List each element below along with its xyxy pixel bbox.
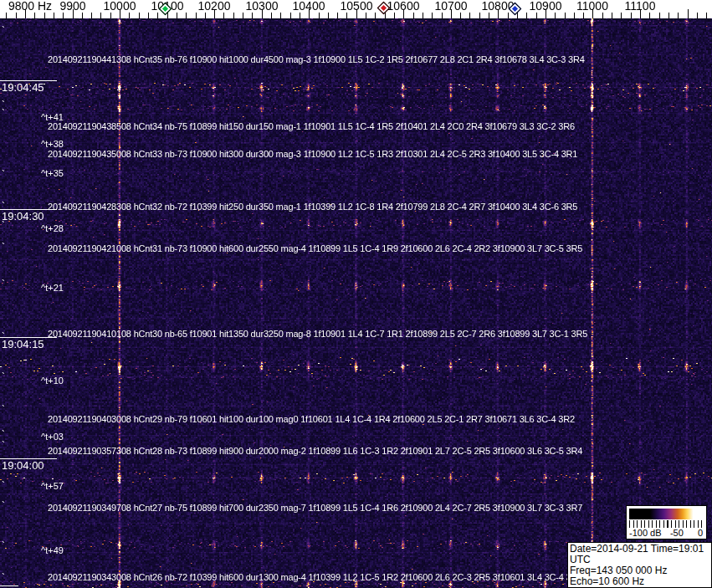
echo-time-marker: ^t+21 bbox=[41, 283, 64, 293]
time-label: 19:04:15 bbox=[0, 337, 57, 350]
edge-tick-mark: ` bbox=[1, 203, 7, 210]
edge-tick-mark: ` bbox=[1, 374, 7, 381]
freq-label: 9900 bbox=[59, 0, 85, 13]
edge-tick-mark: ` bbox=[1, 281, 7, 288]
edge-tick-mark: ` bbox=[1, 28, 7, 34]
echo-time-marker: ^t+28 bbox=[41, 223, 64, 233]
echo-time-marker: ^t+38 bbox=[41, 139, 64, 149]
detection-log-line: 20140921190438508 hCnt34 nb-75 f10899 hi… bbox=[48, 121, 575, 131]
freq-label: 9800 Hz bbox=[8, 0, 52, 13]
freq-label: 10700 bbox=[435, 0, 468, 13]
info-date-time: Date=2014-09-21 Time=19:01 UTC bbox=[570, 544, 711, 565]
edge-tick-mark: ` bbox=[1, 442, 7, 449]
detection-log-line: 20140921190403008 hCnt29 nb-79 f10601 hi… bbox=[48, 414, 575, 424]
edge-tick-mark: ` bbox=[1, 110, 7, 117]
detection-log-line: 20140921190428308 hCnt32 nb-72 f10399 hi… bbox=[48, 202, 577, 212]
status-info-box: Date=2014-09-21 Time=19:01 UTC Freq=143 … bbox=[567, 542, 712, 588]
time-label: 19:04:45 bbox=[0, 80, 57, 93]
detection-log-line: 20140921190343008 hCnt26 nb-72 f10399 hi… bbox=[48, 572, 582, 582]
freq-label: 10000 bbox=[104, 0, 136, 13]
edge-tick-mark: ` bbox=[1, 503, 7, 509]
freq-label: 10200 bbox=[198, 0, 231, 13]
edge-tick-mark: ` bbox=[1, 483, 7, 489]
edge-tick-mark: ` bbox=[1, 406, 7, 413]
edge-tick-mark: ` bbox=[1, 244, 7, 251]
colorbar-gradient bbox=[629, 509, 704, 519]
freq-label: 11100 bbox=[625, 0, 656, 13]
echo-time-marker: ^t+10 bbox=[41, 376, 64, 386]
freq-label: 10600 bbox=[387, 0, 420, 13]
edge-tick-mark: ` bbox=[1, 171, 7, 178]
colorbar-labels: -100 dB -50 0 bbox=[629, 528, 704, 539]
db-colorbar-legend: -100 dB -50 0 bbox=[626, 505, 707, 539]
frequency-ruler: 9800 Hz990010000101001020010300104001050… bbox=[0, 0, 712, 18]
colorbar-label-min: -100 dB bbox=[629, 528, 662, 538]
freq-label: 10800 bbox=[482, 0, 515, 13]
freq-label: 10400 bbox=[293, 0, 325, 13]
colorbar-label-mid: -50 bbox=[670, 528, 684, 538]
echo-time-marker: ^t+49 bbox=[41, 545, 64, 555]
freq-label: 10900 bbox=[530, 0, 562, 13]
time-label: 19:04:00 bbox=[0, 458, 57, 471]
freq-label: 10300 bbox=[246, 0, 279, 13]
edge-tick-mark: ` bbox=[1, 222, 7, 229]
freq-label: 10500 bbox=[341, 0, 373, 13]
echo-time-marker: ^t+03 bbox=[41, 432, 64, 442]
echo-time-marker: ^t+35 bbox=[41, 168, 64, 178]
colorbar-tick-scale bbox=[629, 520, 704, 528]
detection-log-line: 20140921190441308 hCnt35 nb-76 f10900 hi… bbox=[48, 54, 585, 64]
detection-log-line: 20140921190349708 hCnt27 nb-75 f10899 hi… bbox=[48, 503, 582, 513]
detection-log-line: 20140921190357308 hCnt28 nb-73 f10899 hi… bbox=[48, 446, 582, 456]
colorbar-label-max: 0 bbox=[698, 528, 703, 538]
freq-label: 11000 bbox=[576, 0, 608, 13]
spectrogram-app-window: 9800 Hz990010000101001020010300104001050… bbox=[0, 0, 712, 588]
detection-log-line: 20140921190421008 hCnt31 nb-73 f10900 hi… bbox=[48, 243, 582, 253]
edge-tick-mark: ` bbox=[1, 543, 7, 550]
detection-log-line: 20140921190410108 hCnt30 nb-65 f10901 hi… bbox=[48, 329, 587, 339]
edge-tick-mark: ` bbox=[1, 432, 7, 438]
edge-tick-mark: ` bbox=[1, 334, 7, 340]
echo-time-marker: ^t+57 bbox=[41, 481, 64, 491]
detection-log-line: 20140921190435008 hCnt33 nb-73 f10900 hi… bbox=[48, 149, 577, 159]
edge-tick-mark: ` bbox=[1, 575, 7, 581]
